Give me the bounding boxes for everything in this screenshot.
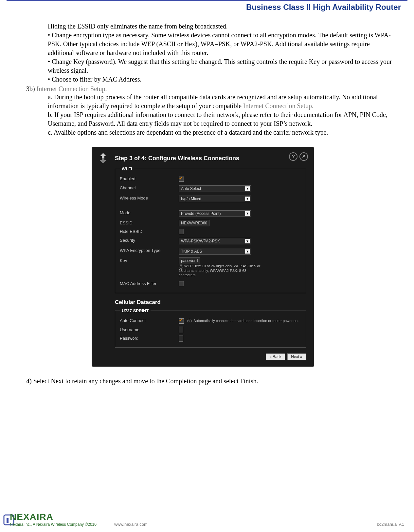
select-mode[interactable]: Provide (Access Point)▼ [179,210,251,217]
label-mac-filter: MAC Address Filter [120,281,179,286]
chevron-down-icon: ▼ [245,186,250,191]
checkbox-auto-connect[interactable] [179,318,184,324]
label-username: Username [120,327,179,332]
footer-version: bc2manual v.1 [377,522,404,527]
auto-connect-hint: Automatically connect datacard upon inse… [193,319,298,323]
checkbox-mac-filter[interactable] [179,281,184,286]
bullet-key: • Change Key (password). We suggest that… [48,57,394,75]
wifi-legend: WI-FI [120,166,134,171]
chevron-down-icon: ▼ [245,249,250,254]
para-3b-a-text: a. During the boot up process of the rou… [48,93,378,109]
info-icon: ? [187,319,192,323]
document-body: Hiding the ESSID only eliminates the nam… [0,22,414,386]
step-3b: 3b) Internet Connection Setup. [26,85,394,93]
svg-marker-1 [100,158,106,163]
select-channel[interactable]: Auto Select▼ [179,185,251,192]
label-security: Security [120,238,179,243]
close-icon[interactable]: ✕ [299,152,308,161]
label-key: Key [120,258,179,263]
page-footer: NEXAIRA Nexaira Inc., A Nexaira Wireless… [0,512,414,527]
select-wmode-value: b/g/n Mixed [181,197,201,201]
wizard-title: Step 3 of 4: Configure Wireless Connecti… [115,155,306,162]
footer-tagline: Nexaira Inc., A Nexaira Wireless Company… [10,522,97,527]
label-wireless-mode: Wireless Mode [120,196,179,200]
chevron-down-icon: ▼ [245,239,250,243]
footer-brand: NEXAIRA [10,512,97,522]
bullet-encryption: • Change encryption type as necessary. S… [48,31,394,57]
label-password: Password [120,336,179,341]
para-3b-a-gray: Internet Connection Setup. [243,102,314,109]
select-channel-value: Auto Select [181,186,201,191]
select-security[interactable]: WPA-PSK/WPA2-PSK▼ [179,238,251,244]
cellular-legend: U727 SPRINT [120,308,151,313]
select-security-value: WPA-PSK/WPA2-PSK [181,239,220,243]
label-essid: ESSID [120,220,179,225]
label-enabled: Enabled [120,176,179,181]
label-hide-essid: Hide ESSID [120,229,179,234]
label-mode: Mode [120,210,179,215]
para-3b-b: b. If your ISP requires additional infor… [48,110,394,128]
help-icon[interactable]: ? [289,152,297,161]
bullet-mac: • Choose to filter by MAC Address. [48,75,394,84]
para-step4: 4) Select Next to retain any changes and… [26,377,394,386]
chevron-down-icon: ▼ [245,211,250,216]
wizard-screenshot: ? ✕ Step 3 of 4: Configure Wireless Conn… [92,147,314,367]
label-wpa-encryption: WPA Encryption Type [120,248,179,253]
chevron-down-icon: ▼ [245,197,250,201]
para-3b-a: a. During the boot up process of the rou… [48,93,394,110]
checkbox-enabled[interactable] [179,177,184,182]
info-icon: ? [179,264,183,269]
next-button[interactable]: Next » [287,353,306,360]
select-wireless-mode[interactable]: b/g/n Mixed▼ [179,196,251,202]
header-title: Business Class II High Availability Rout… [246,3,401,11]
cellular-section-title: Cellular Datacard [115,299,306,306]
select-mode-value: Provide (Access Point) [181,211,221,216]
key-hint-text: WEP Hex: 10 or 26 digits only, WEP ASCII… [179,264,260,277]
checkbox-hide-essid[interactable] [179,229,184,234]
input-essid[interactable]: NEXWARE060 [179,220,209,226]
wizard-logo-icon [97,152,110,165]
input-key-value: password [181,258,198,263]
input-password[interactable] [179,335,183,342]
step-3b-number: 3b) [26,85,37,92]
step-3b-title: Internet Connection Setup. [37,85,107,92]
key-hint: ?WEP Hex: 10 or 26 digits only, WEP ASCI… [179,264,264,277]
label-auto-connect: Auto Connect [120,318,179,323]
input-essid-value: NEXWARE060 [181,221,207,225]
select-wpa-encryption[interactable]: TKIP & AES▼ [179,248,251,255]
footer-url: www.nexaira.com [114,522,148,527]
input-username[interactable] [179,327,183,333]
para-3b-c: c. Avalible options and selections are d… [48,128,394,137]
para-hide-essid: Hiding the ESSID only eliminates the nam… [48,22,394,31]
input-key[interactable]: password [179,257,200,264]
cellular-fieldset: U727 SPRINT Auto Connect ? Automatically… [115,308,306,348]
wifi-fieldset: WI-FI Enabled Channel Auto Select▼ Wirel… [115,166,306,293]
select-wpaenc-value: TKIP & AES [181,249,202,254]
back-button[interactable]: « Back [266,353,285,360]
label-channel: Channel [120,185,179,190]
page-header: Business Class II High Availability Rout… [7,0,407,14]
